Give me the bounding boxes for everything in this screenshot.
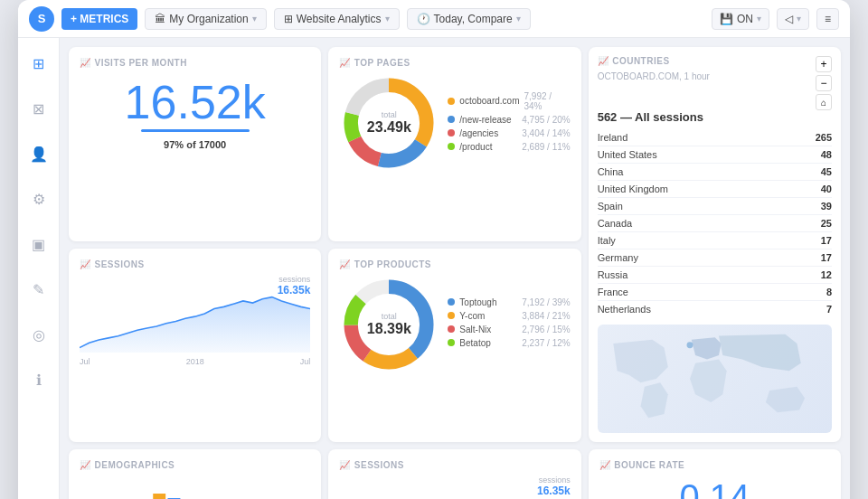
sidebar-item-modules[interactable]: ⊠ (24, 94, 53, 123)
countries-card: 📈 COUNTRIES OCTOBOARD.COM, 1 hour + − ⌂ … (589, 47, 841, 442)
toppages-donut-label: total 23.49k (367, 110, 411, 136)
sessions-x-axis: Jul 2018 Jul (80, 357, 310, 366)
toppages-donut: total 23.49k (339, 73, 439, 173)
clock-icon: 🕐 (417, 13, 430, 25)
grid-small-icon: ⊞ (284, 13, 293, 25)
table-row: United Kingdom40 (598, 181, 832, 198)
table-row: Spain39 (598, 198, 832, 215)
sessions-small-line-chart (339, 490, 570, 499)
demographics-chart: 18-24 35-44 55-64 (80, 475, 310, 499)
demographics-title: 📈 DEMOGRAPHICS (80, 460, 310, 470)
chevron-down-icon2: ▾ (385, 14, 390, 24)
topbar-right: 💾 ON ▾ ◁ ▾ ≡ (712, 8, 839, 30)
add-metrics-button[interactable]: + METRICS (61, 8, 137, 30)
save-icon: 💾 (720, 13, 733, 25)
sessions-small-title: 📈 SESSIONS (339, 460, 570, 470)
legend-dot (448, 129, 455, 137)
legend-dot (448, 312, 455, 319)
products-trend-icon: 📈 (339, 259, 351, 269)
sessions-chart-area: sessions 16.35k (80, 275, 310, 347)
sidebar-item-person[interactable]: ◎ (24, 320, 53, 349)
sidebar-item-user[interactable]: 👤 (24, 139, 53, 168)
zoom-in-button[interactable]: + (816, 56, 832, 72)
menu-button[interactable]: ≡ (816, 8, 839, 30)
toppages-legend: octoboard.com 7,992 / 34% /new-release 4… (448, 91, 570, 155)
org-dropdown[interactable]: 🏛 My Organization ▾ (145, 8, 266, 30)
topproducts-legend: Toptough 7,192 / 39% Y-com 3,884 / 21% S… (448, 297, 570, 352)
list-item: /new-release 4,795 / 20% (448, 115, 570, 125)
table-row: France8 (598, 284, 832, 301)
list-item: Y-com 3,884 / 21% (448, 311, 570, 321)
main-layout: ⊞ ⊠ 👤 ⚙ ▣ ✎ ◎ ℹ 📈 VISITS PER MONTH 16.52… (18, 38, 850, 499)
save-button[interactable]: 💾 ON ▾ (712, 8, 769, 30)
list-item: Toptough 7,192 / 39% (448, 297, 570, 307)
topproducts-donut-label: total 18.39k (367, 312, 411, 337)
chevron-down-icon: ▾ (252, 14, 257, 24)
list-item: Salt-Nix 2,796 / 15% (448, 325, 570, 334)
table-row: Canada25 (598, 215, 832, 232)
bounce-trend-icon: 📈 (599, 460, 611, 470)
pages-trend-icon: 📈 (339, 58, 351, 68)
sessions-small-card: 📈 SESSIONS sessions 16.35k (328, 449, 580, 499)
list-item: /agencies 3,404 / 14% (448, 128, 570, 138)
toppages-total-value: 23.49k (367, 119, 411, 136)
sessions-card: 📈 SESSIONS sessions 16.35k (69, 249, 321, 443)
analytics-dropdown[interactable]: ⊞ Website Analytics ▾ (274, 8, 400, 30)
map-svg (598, 325, 832, 433)
world-map (598, 325, 832, 433)
sessions-trend-icon: 📈 (80, 259, 91, 269)
legend-dot (448, 98, 455, 105)
sidebar-item-box[interactable]: ▣ (24, 230, 53, 259)
visits-bar (141, 129, 250, 132)
building-icon: 🏛 (155, 13, 165, 25)
sidebar: ⊞ ⊠ 👤 ⚙ ▣ ✎ ◎ ℹ (18, 38, 60, 499)
svg-rect-15 (153, 494, 165, 499)
bounce-value: 0.14 (599, 477, 830, 499)
demographics-card: 📈 DEMOGRAPHICS (69, 449, 321, 499)
countries-trend-icon: 📈 (598, 56, 609, 66)
top-products-card: 📈 TOP PRODUCTS total (328, 249, 580, 443)
legend-dot (448, 325, 455, 333)
reset-map-button[interactable]: ⌂ (816, 94, 832, 110)
list-item: /product 2,689 / 11% (448, 142, 570, 152)
table-row: Netherlands7 (598, 301, 832, 317)
sidebar-item-info[interactable]: ℹ (24, 365, 53, 394)
table-row: Italy17 (598, 232, 832, 250)
visits-title: 📈 VISITS PER MONTH (80, 58, 310, 68)
visits-subtitle: 97% of 17000 (80, 139, 310, 150)
countries-subtitle: OCTOBOARD.COM, 1 hour (598, 71, 710, 81)
topbar: S + METRICS 🏛 My Organization ▾ ⊞ Websit… (18, 0, 850, 38)
topproducts-title: 📈 TOP PRODUCTS (339, 259, 570, 269)
sidebar-item-settings[interactable]: ⚙ (24, 184, 53, 213)
chevron-down-icon3: ▾ (516, 14, 521, 24)
countries-list: Ireland265 United States48 China45 Unite… (598, 129, 832, 317)
table-row: Ireland265 (598, 129, 832, 146)
sessions-small-peak-label: sessions 16.35k (537, 475, 571, 497)
list-item: Betatop 2,237 / 12% (448, 338, 570, 348)
table-row: United States48 (598, 146, 832, 164)
table-row: Russia12 (598, 267, 832, 284)
sidebar-item-grid[interactable]: ⊞ (24, 49, 53, 78)
list-item: octoboard.com 7,992 / 34% (448, 91, 570, 111)
zoom-out-button[interactable]: − (816, 75, 832, 91)
topproducts-donut: total 18.39k (339, 275, 439, 374)
toppages-title: 📈 TOP PAGES (339, 58, 570, 68)
legend-dot (448, 116, 455, 123)
trend-icon: 📈 (80, 58, 91, 68)
legend-dot (448, 143, 455, 150)
countries-sessions-label: 562 — All sessions (598, 110, 832, 124)
sessions-line-chart (80, 289, 310, 353)
legend-dot (448, 339, 455, 346)
date-dropdown[interactable]: 🕐 Today, Compare ▾ (407, 8, 531, 30)
top-pages-card: 📈 TOP PAGES (328, 47, 580, 241)
countries-title: 📈 COUNTRIES (598, 56, 710, 66)
demographics-trend-icon: 📈 (80, 460, 91, 470)
share-button[interactable]: ◁ ▾ (777, 8, 809, 30)
sidebar-item-edit[interactable]: ✎ (24, 275, 53, 304)
chevron-down-icon5: ▾ (797, 14, 801, 24)
sessions-small-chart-area: sessions 16.35k (339, 475, 570, 499)
svg-point-6 (686, 342, 693, 348)
topproducts-donut-container: total 18.39k Toptough 7,192 / 39% Y-com (339, 275, 570, 374)
table-row: China45 (598, 164, 832, 181)
bounce-rate-card: 📈 BOUNCE RATE 0.14 ▲ 0 / day (589, 449, 841, 499)
